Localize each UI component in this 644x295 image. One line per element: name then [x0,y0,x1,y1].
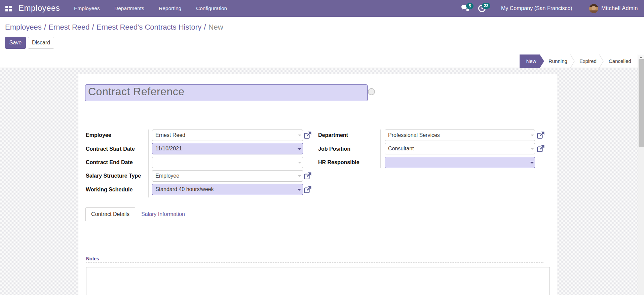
svg-text:New: New [526,58,536,64]
